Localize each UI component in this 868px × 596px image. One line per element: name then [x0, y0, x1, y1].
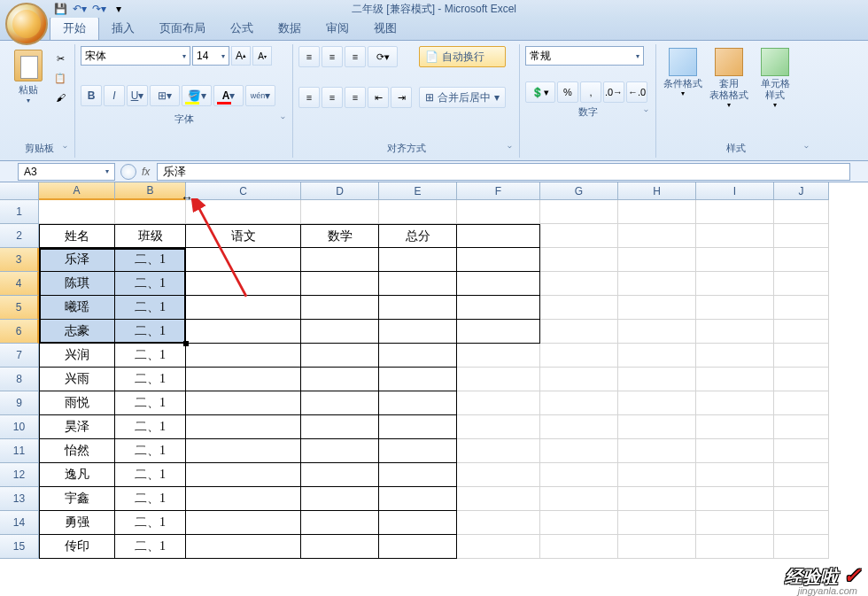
col-header-J[interactable]: J	[774, 182, 829, 200]
cell-I13[interactable]	[696, 487, 774, 511]
cell-J10[interactable]	[774, 415, 829, 439]
save-icon[interactable]: 💾	[53, 2, 67, 16]
cell-F7[interactable]	[457, 344, 540, 368]
cell-D1[interactable]	[301, 200, 379, 224]
cell-G3[interactable]	[540, 248, 618, 272]
cell-B7[interactable]: 二、1	[115, 344, 186, 368]
col-header-H[interactable]: H	[618, 182, 696, 200]
cell-E10[interactable]	[379, 415, 457, 439]
cell-A4[interactable]: 陈琪	[39, 272, 115, 296]
cell-J2[interactable]	[774, 224, 829, 248]
cell-E5[interactable]	[379, 296, 457, 320]
cell-J8[interactable]	[774, 368, 829, 391]
cell-F9[interactable]	[457, 391, 540, 415]
cell-I1[interactable]	[696, 200, 774, 224]
cell-C15[interactable]	[186, 535, 301, 559]
cell-I2[interactable]	[696, 224, 774, 248]
cell-I4[interactable]	[696, 272, 774, 296]
col-header-E[interactable]: E	[379, 182, 457, 200]
cell-E12[interactable]	[379, 463, 457, 487]
cell-G13[interactable]	[540, 487, 618, 511]
cut-icon[interactable]: ✂	[51, 50, 69, 67]
align-top-icon[interactable]: ≡	[298, 46, 320, 67]
cell-E14[interactable]	[379, 511, 457, 535]
cell-E1[interactable]	[379, 200, 457, 224]
cell-D7[interactable]	[301, 344, 379, 368]
cell-G9[interactable]	[540, 391, 618, 415]
cell-F3[interactable]	[457, 248, 540, 272]
fx-icon[interactable]: fx	[142, 166, 150, 178]
cell-F15[interactable]	[457, 535, 540, 559]
qat-customize-icon[interactable]: ▾	[112, 2, 126, 16]
cell-H2[interactable]	[618, 224, 696, 248]
cell-E15[interactable]	[379, 535, 457, 559]
bold-button[interactable]: B	[81, 85, 102, 106]
decrease-decimal-icon[interactable]: ←.0	[626, 81, 647, 103]
cell-styles-button[interactable]: 单元格 样式 ▾	[754, 46, 796, 139]
italic-button[interactable]: I	[104, 85, 125, 106]
cell-B11[interactable]: 二、1	[115, 439, 186, 463]
cell-B13[interactable]: 二、1	[115, 487, 186, 511]
cell-J9[interactable]	[774, 391, 829, 415]
cell-F11[interactable]	[457, 439, 540, 463]
col-header-D[interactable]: D	[301, 182, 379, 200]
cell-I8[interactable]	[696, 368, 774, 391]
cell-H7[interactable]	[618, 344, 696, 368]
cell-H14[interactable]	[618, 511, 696, 535]
cell-J1[interactable]	[774, 200, 829, 224]
cell-F5[interactable]	[457, 296, 540, 320]
row-header-2[interactable]: 2	[0, 224, 39, 248]
cell-F14[interactable]	[457, 511, 540, 535]
cell-D3[interactable]	[301, 248, 379, 272]
cell-G6[interactable]	[540, 320, 618, 344]
row-header-6[interactable]: 6	[0, 320, 39, 344]
tab-data[interactable]: 数据	[266, 17, 314, 40]
cell-F6[interactable]	[457, 320, 540, 344]
cell-D4[interactable]	[301, 272, 379, 296]
font-size-dropdown[interactable]: 14▾	[192, 46, 229, 66]
increase-decimal-icon[interactable]: .0→	[603, 81, 624, 103]
cell-H3[interactable]	[618, 248, 696, 272]
cell-D8[interactable]	[301, 368, 379, 391]
redo-icon[interactable]: ↷▾	[92, 2, 106, 16]
cell-I7[interactable]	[696, 344, 774, 368]
cell-G14[interactable]	[540, 511, 618, 535]
tab-formula[interactable]: 公式	[218, 17, 266, 40]
cell-C8[interactable]	[186, 368, 301, 391]
row-header-9[interactable]: 9	[0, 391, 39, 415]
cell-J7[interactable]	[774, 344, 829, 368]
cell-D10[interactable]	[301, 415, 379, 439]
cell-G10[interactable]	[540, 415, 618, 439]
cell-H5[interactable]	[618, 296, 696, 320]
cell-B1[interactable]	[115, 200, 186, 224]
cell-J15[interactable]	[774, 535, 829, 559]
tab-home[interactable]: 开始	[50, 16, 99, 40]
cell-C13[interactable]	[186, 487, 301, 511]
cell-C14[interactable]	[186, 511, 301, 535]
tab-review[interactable]: 审阅	[314, 17, 361, 40]
cell-H12[interactable]	[618, 463, 696, 487]
cell-J5[interactable]	[774, 296, 829, 320]
align-center-icon[interactable]: ≡	[322, 87, 343, 108]
col-header-C[interactable]: C	[186, 182, 301, 200]
cell-G8[interactable]	[540, 368, 618, 391]
cell-D12[interactable]	[301, 463, 379, 487]
format-painter-icon[interactable]: 🖌	[51, 89, 69, 106]
cell-J4[interactable]	[774, 272, 829, 296]
tab-insert[interactable]: 插入	[99, 17, 147, 40]
cell-D2[interactable]: 数学	[301, 224, 379, 248]
copy-icon[interactable]: 📋	[51, 69, 69, 87]
cell-J11[interactable]	[774, 439, 829, 463]
cell-E4[interactable]	[379, 272, 457, 296]
cell-G4[interactable]	[540, 272, 618, 296]
tab-pagelayout[interactable]: 页面布局	[147, 17, 218, 40]
cell-A3[interactable]: 乐泽	[39, 248, 115, 272]
name-box[interactable]: A3▾	[18, 163, 115, 181]
cell-E13[interactable]	[379, 487, 457, 511]
cell-C10[interactable]	[186, 415, 301, 439]
cell-G12[interactable]	[540, 463, 618, 487]
cell-I15[interactable]	[696, 535, 774, 559]
cell-F2[interactable]	[457, 224, 540, 248]
cell-H8[interactable]	[618, 368, 696, 391]
spreadsheet-grid[interactable]: A B C D E F G H I J 12姓名班级语文数学总分3乐泽二、14陈…	[0, 182, 868, 559]
